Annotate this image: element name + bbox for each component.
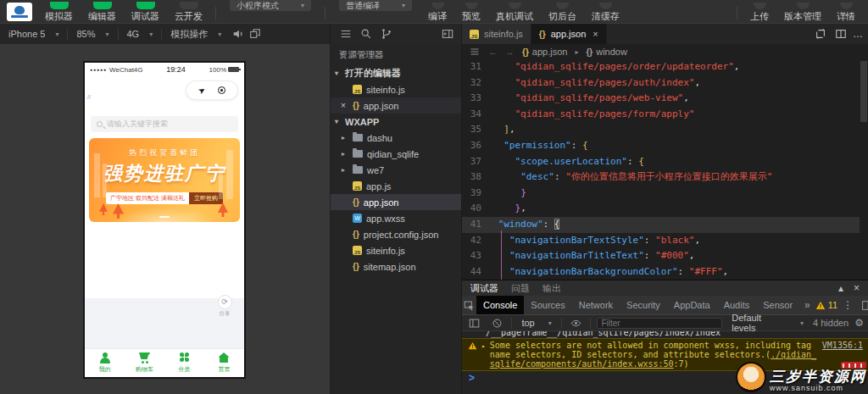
editor-tab-siteinfo.js[interactable]: JSsiteinfo.js xyxy=(462,24,531,44)
multi-window-icon[interactable] xyxy=(247,25,264,42)
code-line-34[interactable]: 34 "qidian_sqlife/pages/form/apply" xyxy=(462,107,868,123)
nav-forward-icon[interactable]: → xyxy=(505,47,515,57)
clear-console-icon[interactable] xyxy=(489,314,506,331)
code-line-32[interactable]: 32 "qidian_sqlife/pages/auth/index", xyxy=(462,75,868,92)
collapse-panel-icon[interactable]: ▴ xyxy=(838,283,843,293)
context-selector[interactable]: top▾ xyxy=(518,318,554,328)
devtools-tab-appdata[interactable]: AppData xyxy=(667,296,717,314)
more-actions-icon[interactable]: … xyxy=(853,29,863,39)
console-sidebar-icon[interactable] xyxy=(466,314,483,331)
zoom-dropdown[interactable]: 85%▾ xyxy=(68,24,117,44)
open-editors-section[interactable]: ▾打开的编辑器 xyxy=(331,65,461,81)
toolbar-button-清缓存[interactable]: 清缓存 xyxy=(592,3,620,23)
editor-tab-app.json[interactable]: {}app.json× xyxy=(531,24,607,44)
network-dropdown[interactable]: 4G▾ xyxy=(119,24,162,44)
console-settings-icon[interactable]: ⚙ xyxy=(854,318,864,328)
git-branch-icon[interactable] xyxy=(378,25,395,42)
search-bar[interactable]: 请输入关键字搜索 xyxy=(91,116,238,132)
code-line-44[interactable]: 44 "navigationBarBackgroundColor": "#FFF… xyxy=(462,264,868,280)
tree-file-sitemap.json[interactable]: {}sitemap.json xyxy=(331,258,461,275)
phone-tab-我的[interactable]: 我的 xyxy=(85,349,125,377)
devtools-tab-security[interactable]: Security xyxy=(620,296,667,314)
panel-tab-调试器[interactable]: 调试器 xyxy=(470,282,498,295)
devtools-menu-icon[interactable]: ⋮ xyxy=(843,300,853,310)
code-line-38[interactable]: 38 "desc": "你的位置信息将用于小程序位置接口的效果展示" xyxy=(462,169,868,186)
toolbar-button-调试器[interactable]: 调试器 xyxy=(131,2,159,23)
toolbar-button-模拟器[interactable]: 模拟器 xyxy=(45,2,73,23)
code-line-42[interactable]: 42 "navigationBarTextStyle": "black", xyxy=(462,233,868,249)
miniprogram-capsule[interactable]: ➤ xyxy=(186,80,238,100)
phone-tab-首页[interactable]: 首页 xyxy=(204,349,244,377)
code-line-35[interactable]: 35 ], xyxy=(462,122,868,138)
device-dropdown[interactable]: iPhone 5▾ xyxy=(0,24,67,44)
toggle-sidebar-icon[interactable] xyxy=(439,25,456,42)
switch-layout-icon[interactable] xyxy=(812,25,829,42)
tree-file-app.json[interactable]: {}app.json xyxy=(331,194,461,210)
nav-back-icon[interactable]: ← xyxy=(488,47,498,57)
devtools-tab-network[interactable]: Network xyxy=(572,296,620,314)
phone-tab-购物车[interactable]: 购物车 xyxy=(125,349,164,377)
toolbar-button-编译[interactable]: 编译 xyxy=(428,3,447,23)
live-expression-eye-icon[interactable] xyxy=(568,314,585,331)
tree-folder-qidian_sqlife[interactable]: ▸qidian_sqlife xyxy=(331,146,461,162)
search-icon[interactable] xyxy=(358,25,375,42)
banner-cta-button[interactable]: 立即抢购 xyxy=(189,192,223,204)
tree-folder-we7[interactable]: ▸we7 xyxy=(331,162,461,178)
code-line-31[interactable]: 31 "qidian_sqlife/pages/order/updateorde… xyxy=(462,59,868,75)
code-line-33[interactable]: 33 "qidian_sqlife/pages/web-view", xyxy=(462,91,868,107)
sound-icon[interactable] xyxy=(230,25,247,42)
devtools-tab-audits[interactable]: Audits xyxy=(717,296,757,314)
code-editor[interactable]: 31 "qidian_sqlife/pages/order/updateorde… xyxy=(462,59,868,280)
devtools-tab-sources[interactable]: Sources xyxy=(524,296,571,314)
toolbar-button-版本管理[interactable]: 版本管理 xyxy=(784,3,821,23)
tree-file-project.config.json[interactable]: {}project.config.json xyxy=(331,226,461,242)
tree-folder-dashu[interactable]: ▸dashu xyxy=(331,130,461,146)
project-section[interactable]: ▾WXAPP xyxy=(331,114,461,130)
panel-tab-问题[interactable]: 问题 xyxy=(511,282,530,295)
open-editor-siteinfo.js[interactable]: JSsiteinfo.js xyxy=(331,81,461,97)
code-line-39[interactable]: 39 } xyxy=(462,186,868,202)
code-line-37[interactable]: 37 "scope.userLocation": { xyxy=(462,154,868,170)
editor-scrollbar[interactable] xyxy=(860,59,868,280)
tree-file-siteinfo.js[interactable]: JSsiteinfo.js xyxy=(331,242,461,258)
code-line-36[interactable]: 36 "permission": { xyxy=(462,138,868,154)
promo-banner[interactable]: 热烈祝贺喜鲜团 强势进驻广宁 广宁地区 双日配送 满额送礼 立即抢购 xyxy=(89,138,240,222)
code-line-40[interactable]: 40 }, xyxy=(462,201,868,217)
toolbar-button-云开发[interactable]: 云开发 xyxy=(175,2,203,23)
toolbar-button-上传[interactable]: 上传 xyxy=(750,3,769,23)
panel-tab-输出[interactable]: 输出 xyxy=(542,282,561,295)
dock-side-icon[interactable] xyxy=(858,297,868,314)
tree-file-app.wxss[interactable]: Wapp.wxss xyxy=(331,210,461,226)
inspect-element-icon[interactable] xyxy=(464,297,475,314)
outline-list-icon[interactable] xyxy=(337,25,354,42)
compile-mode-dropdown[interactable]: 普通编译▾ xyxy=(339,0,412,11)
toolbar-button-详情[interactable]: 详情 xyxy=(837,3,855,23)
code-line-43[interactable]: 43 "navigationBarTitleText": "#000", xyxy=(462,248,868,264)
close-panel-icon[interactable]: × xyxy=(854,283,860,293)
expand-arrow-icon[interactable]: ▸ xyxy=(481,341,486,369)
tree-file-app.js[interactable]: JSapp.js xyxy=(331,178,461,194)
mode-dropdown[interactable]: 小程序模式▾ xyxy=(230,0,311,11)
toolbar-button-编辑器[interactable]: 编辑器 xyxy=(88,2,116,23)
split-editor-icon[interactable] xyxy=(832,25,849,42)
console-filter-input[interactable]: Filter xyxy=(597,318,722,329)
toolbar-button-真机调试[interactable]: 真机调试 xyxy=(496,3,533,23)
tab-overflow-icon[interactable]: » xyxy=(804,300,810,310)
devtools-tab-sensor[interactable]: Sensor xyxy=(756,296,799,314)
sim-action-dropdown[interactable]: 模拟操作▾ xyxy=(162,24,230,44)
log-levels-dropdown[interactable]: Default levels▾ xyxy=(728,313,807,333)
devtools-tab-console[interactable]: Console xyxy=(476,296,524,314)
phone-tab-分类[interactable]: 分类 xyxy=(164,349,204,377)
open-editor-app.json[interactable]: ×{}app.json xyxy=(331,97,461,114)
warning-count-badge[interactable]: 11 xyxy=(815,300,837,310)
toolbar-button-切后台[interactable]: 切后台 xyxy=(548,3,576,23)
location-arrow-icon[interactable]: ➤ xyxy=(197,85,207,96)
breadcrumb-node[interactable]: {}window xyxy=(586,47,626,57)
code-line-41[interactable]: 41 "window": { xyxy=(462,217,868,233)
toolbar-button-预览[interactable]: 预览 xyxy=(462,3,481,23)
main-toolbar: 模拟器编辑器调试器云开发 小程序模式▾ 普通编译▾ 编译预览真机调试切后台清缓存… xyxy=(0,0,868,23)
share-button[interactable]: ⟳ 分享 xyxy=(211,295,238,318)
editor-menu-icon[interactable] xyxy=(469,43,481,60)
exit-target-icon[interactable] xyxy=(218,86,225,94)
breadcrumb-file[interactable]: {}app.json xyxy=(522,47,567,57)
